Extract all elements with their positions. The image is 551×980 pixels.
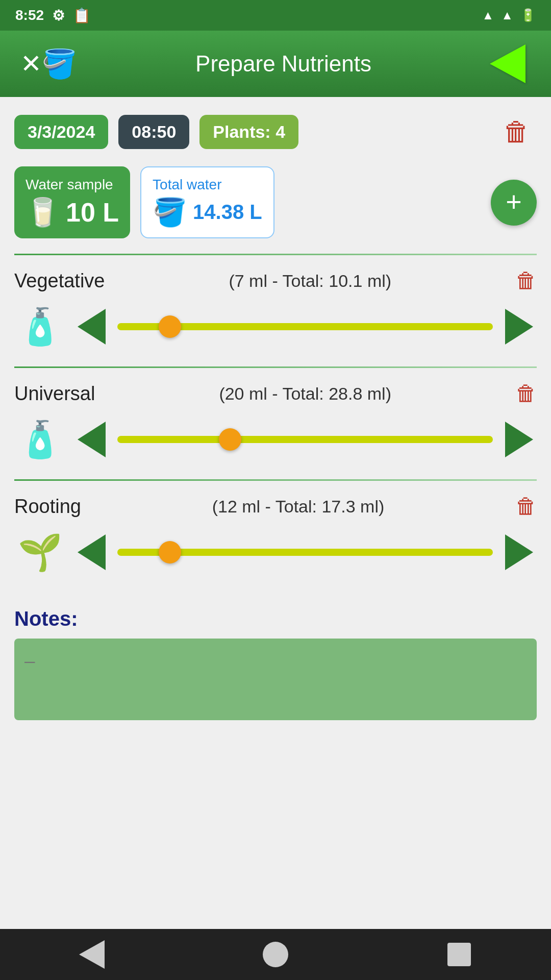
vegetative-info: (7 ml - Total: 10.1 ml) xyxy=(229,271,391,291)
settings-icon: ⚙ xyxy=(52,7,65,24)
universal-decrease-button[interactable] xyxy=(73,422,109,457)
toolbar: ✕ 🪣 Prepare Nutrients xyxy=(0,31,551,97)
battery-icon: 🔋 xyxy=(520,8,536,22)
toolbar-title: Prepare Nutrients xyxy=(82,51,485,77)
vegetative-icon: 🧴 xyxy=(14,301,65,352)
vegetative-section: Vegetative (7 ml - Total: 10.1 ml) 🗑 🧴 xyxy=(14,254,537,361)
vegetative-increase-button[interactable] xyxy=(501,309,537,345)
clipboard-icon: 📋 xyxy=(73,7,91,24)
universal-slider-row: 🧴 xyxy=(14,409,537,474)
time-badge[interactable]: 08:50 xyxy=(118,115,189,149)
notes-input[interactable] xyxy=(14,639,537,720)
status-bar: 8:52 ⚙ 📋 ▲ ▲ 🔋 xyxy=(0,0,551,31)
total-water-card[interactable]: Total water 🪣 14.38 L xyxy=(140,166,274,238)
wifi-icon: ▲ xyxy=(482,8,494,22)
right-arrow-icon-2 xyxy=(505,422,533,457)
delete-record-button[interactable]: 🗑 xyxy=(496,111,537,152)
notes-label: Notes: xyxy=(14,607,537,630)
rooting-decrease-button[interactable] xyxy=(73,534,109,570)
universal-increase-button[interactable] xyxy=(501,422,537,457)
nav-home-button[interactable] xyxy=(260,939,291,970)
universal-section: Universal (20 ml - Total: 28.8 ml) 🗑 🧴 xyxy=(14,366,537,474)
rooting-name: Rooting xyxy=(14,496,81,518)
back-arrow-icon xyxy=(490,44,525,83)
app-logo: 🪣 xyxy=(42,47,77,81)
signal-icon: ▲ xyxy=(501,8,513,22)
rooting-icon: 🌱 xyxy=(14,527,65,578)
water-sample-label: Water sample xyxy=(26,177,113,193)
rooting-header: Rooting (12 ml - Total: 17.3 ml) 🗑 xyxy=(14,487,537,522)
rooting-info: (12 ml - Total: 17.3 ml) xyxy=(212,497,385,517)
left-arrow-icon xyxy=(78,309,106,345)
date-badge[interactable]: 3/3/2024 xyxy=(14,115,108,149)
plants-badge[interactable]: Plants: 4 xyxy=(199,115,298,149)
universal-name: Universal xyxy=(14,383,95,405)
plus-icon: + xyxy=(506,188,522,215)
nav-recent-icon xyxy=(447,943,471,966)
main-content: 3/3/2024 08:50 Plants: 4 🗑 Water sample … xyxy=(0,97,551,929)
section-divider-2 xyxy=(14,366,537,368)
nav-back-button[interactable] xyxy=(77,939,107,970)
water-sample-value: 10 L xyxy=(66,197,119,228)
vegetative-slider-row: 🧴 xyxy=(14,296,537,361)
total-water-label: Total water xyxy=(153,177,221,193)
info-row: 3/3/2024 08:50 Plants: 4 🗑 xyxy=(14,111,537,152)
nav-recent-button[interactable] xyxy=(444,939,474,970)
water-sample-card[interactable]: Water sample 🥛 10 L xyxy=(14,166,130,238)
universal-delete-button[interactable]: 🗑 xyxy=(515,381,537,406)
section-divider-1 xyxy=(14,254,537,255)
vegetative-delete-button[interactable]: 🗑 xyxy=(515,268,537,293)
pitcher-icon: 🥛 xyxy=(26,196,60,228)
trash-icon: 🗑 xyxy=(503,116,530,147)
rooting-thumb[interactable] xyxy=(159,541,181,564)
close-button[interactable]: ✕ xyxy=(20,49,42,79)
nav-back-icon xyxy=(79,940,105,969)
add-water-button[interactable]: + xyxy=(491,180,537,226)
total-water-value: 14.38 L xyxy=(193,201,262,224)
section-divider-3 xyxy=(14,479,537,481)
bottom-nav xyxy=(0,929,551,980)
universal-header: Universal (20 ml - Total: 28.8 ml) 🗑 xyxy=(14,374,537,409)
vegetative-thumb[interactable] xyxy=(159,315,181,338)
nav-home-icon xyxy=(263,942,288,967)
vegetative-header: Vegetative (7 ml - Total: 10.1 ml) 🗑 xyxy=(14,261,537,296)
universal-slider[interactable] xyxy=(117,436,493,443)
water-row: Water sample 🥛 10 L Total water 🪣 14.38 … xyxy=(14,166,537,238)
rooting-slider-row: 🌱 xyxy=(14,522,537,587)
bucket-icon: 🪣 xyxy=(153,196,187,228)
rooting-slider[interactable] xyxy=(117,549,493,556)
left-arrow-icon-3 xyxy=(78,534,106,570)
rooting-delete-button[interactable]: 🗑 xyxy=(515,494,537,519)
universal-thumb[interactable] xyxy=(219,428,241,451)
right-arrow-icon xyxy=(505,309,533,345)
vegetative-decrease-button[interactable] xyxy=(73,309,109,345)
left-arrow-icon-2 xyxy=(78,422,106,457)
back-button[interactable] xyxy=(485,45,531,83)
vegetative-name: Vegetative xyxy=(14,270,105,292)
rooting-section: Rooting (12 ml - Total: 17.3 ml) 🗑 🌱 xyxy=(14,479,537,587)
notes-section: Notes: xyxy=(14,607,537,722)
rooting-increase-button[interactable] xyxy=(501,534,537,570)
universal-info: (20 ml - Total: 28.8 ml) xyxy=(219,384,391,404)
universal-icon: 🧴 xyxy=(14,414,65,465)
right-arrow-icon-3 xyxy=(505,534,533,570)
status-time: 8:52 xyxy=(15,7,44,23)
vegetative-slider[interactable] xyxy=(117,323,493,330)
